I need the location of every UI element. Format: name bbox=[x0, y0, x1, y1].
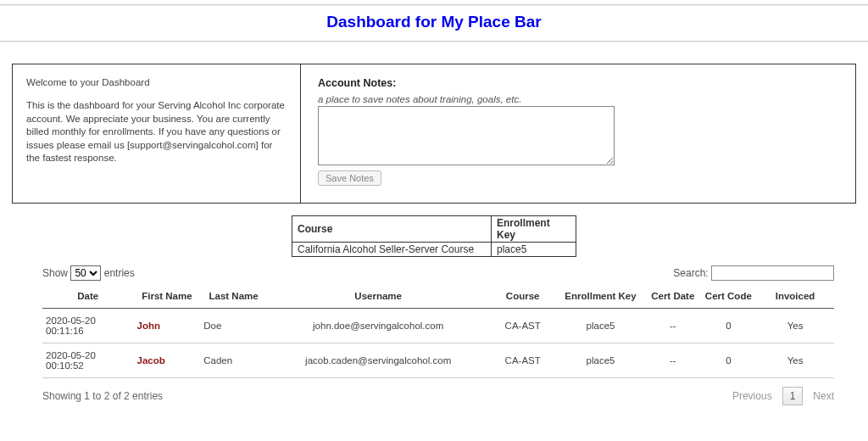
page-title: Dashboard for My Place Bar bbox=[326, 13, 541, 31]
th-invoiced[interactable]: Invoiced bbox=[756, 286, 834, 308]
course-key-table: Course Enrollment Key California Alcohol… bbox=[292, 215, 576, 257]
cell-date: 2020-05-20 00:11:16 bbox=[42, 308, 134, 343]
table-row: 2020-05-20 00:10:52 Jacob Caden jacob.ca… bbox=[42, 343, 834, 377]
th-certcode[interactable]: Cert Code bbox=[701, 286, 757, 308]
cell-user: john.doe@servingalcohol.com bbox=[267, 308, 489, 343]
search-control: Search: bbox=[673, 265, 834, 281]
cell-last: Doe bbox=[200, 308, 267, 343]
first-name-link[interactable]: Jacob bbox=[137, 355, 165, 366]
col-key: Enrollment Key bbox=[492, 216, 576, 243]
course-key-row: California Alcohol Seller-Server Course … bbox=[292, 243, 576, 257]
length-suffix: entries bbox=[104, 267, 135, 279]
notes-hint: a place to save notes about training, go… bbox=[318, 94, 838, 104]
enrollments-table: Date First Name Last Name Username Cours… bbox=[42, 286, 834, 378]
th-first[interactable]: First Name bbox=[134, 286, 201, 308]
cell-certcode: 0 bbox=[701, 343, 757, 377]
save-notes-button[interactable]: Save Notes bbox=[318, 170, 381, 186]
th-key[interactable]: Enrollment Key bbox=[556, 286, 645, 308]
search-label: Search: bbox=[673, 267, 708, 279]
search-input[interactable] bbox=[711, 265, 834, 281]
table-info: Showing 1 to 2 of 2 entries bbox=[42, 390, 163, 402]
cell-date: 2020-05-20 00:10:52 bbox=[42, 343, 134, 377]
course-name-cell: California Alcohol Seller-Server Course bbox=[292, 243, 492, 257]
welcome-body: This is the dashboard for your Serving A… bbox=[26, 99, 287, 165]
th-last[interactable]: Last Name bbox=[200, 286, 267, 308]
cell-first: John bbox=[134, 308, 201, 343]
notes-textarea[interactable] bbox=[318, 106, 615, 165]
enrollment-key-cell: place5 bbox=[492, 243, 576, 257]
pager-next[interactable]: Next bbox=[813, 390, 834, 402]
cell-last: Caden bbox=[200, 343, 267, 377]
cell-user: jacob.caden@servingalcohol.com bbox=[267, 343, 489, 377]
length-prefix: Show bbox=[42, 267, 68, 279]
cell-certcode: 0 bbox=[701, 308, 757, 343]
table-row: 2020-05-20 00:11:16 John Doe john.doe@se… bbox=[42, 308, 834, 343]
cell-certdate: -- bbox=[645, 343, 701, 377]
pager: Previous 1 Next bbox=[732, 387, 834, 405]
cell-invoiced: Yes bbox=[756, 308, 834, 343]
th-certdate[interactable]: Cert Date bbox=[645, 286, 701, 308]
th-user[interactable]: Username bbox=[267, 286, 489, 308]
th-course[interactable]: Course bbox=[489, 286, 556, 308]
cell-first: Jacob bbox=[134, 343, 201, 377]
first-name-link[interactable]: John bbox=[137, 321, 160, 331]
cell-course: CA-AST bbox=[489, 343, 556, 377]
dashboard-panel: Welcome to your Dashboard This is the da… bbox=[12, 64, 856, 204]
cell-certdate: -- bbox=[645, 308, 701, 343]
th-date[interactable]: Date bbox=[42, 286, 134, 308]
enrollments-area: Show 50 entries Search: Date First Name … bbox=[42, 265, 834, 405]
welcome-panel: Welcome to your Dashboard This is the da… bbox=[13, 64, 301, 203]
pager-page[interactable]: 1 bbox=[782, 387, 804, 405]
notes-label: Account Notes: bbox=[318, 77, 838, 89]
pager-prev[interactable]: Previous bbox=[732, 390, 772, 402]
length-control: Show 50 entries bbox=[42, 265, 135, 281]
col-course: Course bbox=[292, 216, 492, 243]
notes-panel: Account Notes: a place to save notes abo… bbox=[301, 64, 855, 203]
welcome-heading: Welcome to your Dashboard bbox=[26, 77, 287, 87]
cell-invoiced: Yes bbox=[756, 343, 834, 377]
cell-course: CA-AST bbox=[489, 308, 556, 343]
cell-key: place5 bbox=[556, 343, 645, 377]
length-select[interactable]: 50 bbox=[70, 265, 101, 281]
cell-key: place5 bbox=[556, 308, 645, 343]
